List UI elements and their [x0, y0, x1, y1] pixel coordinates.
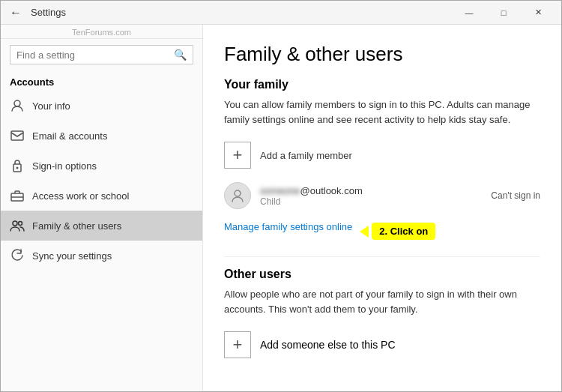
your-info-label: Your info: [32, 100, 70, 112]
minimize-button[interactable]: —: [452, 1, 486, 25]
sync-icon: [10, 248, 25, 263]
family-member-status: Can't sign in: [491, 190, 540, 201]
watermark: TenForums.com: [1, 25, 202, 39]
svg-point-6: [13, 221, 17, 226]
svg-rect-1: [11, 131, 23, 140]
section-divider: [224, 256, 540, 257]
window-controls: — □ ✕: [452, 1, 555, 25]
family-member-email: someone@outlook.com: [260, 185, 363, 196]
family-member-role: Child: [260, 196, 363, 207]
plus-icon: +: [233, 145, 243, 165]
manage-row: Manage family settings online 2. Click o…: [224, 218, 540, 244]
email-icon: [10, 128, 25, 143]
sidebar-item-email[interactable]: Email & accounts: [1, 121, 202, 151]
other-users-desc: Allow people who are not part of your fa…: [224, 287, 540, 316]
other-users-title: Other users: [224, 268, 540, 281]
your-family-title: Your family: [224, 78, 540, 91]
family-member-item: someone@outlook.com Child Can't sign in: [224, 178, 540, 214]
search-box[interactable]: 🔍: [10, 45, 193, 64]
add-someone-label: Add someone else to this PC: [260, 339, 396, 351]
svg-point-0: [14, 100, 20, 106]
content-panel: Family & other users Your family You can…: [203, 25, 561, 391]
add-family-item: + Add a family member: [224, 137, 540, 173]
family-label: Family & other users: [32, 220, 121, 232]
family-icon: [10, 218, 25, 233]
search-icon: 🔍: [174, 49, 187, 61]
search-input[interactable]: [16, 49, 174, 61]
add-family-label: Add a family member: [260, 150, 352, 161]
sidebar-item-work[interactable]: Access work or school: [1, 181, 202, 211]
page-title: Family & other users: [224, 43, 540, 66]
signin-icon: [10, 158, 25, 173]
titlebar: ← Settings — □ ✕: [1, 1, 561, 25]
window-title: Settings: [31, 7, 452, 18]
add-family-plus-icon: +: [224, 142, 251, 169]
sidebar-item-sync[interactable]: Sync your settings: [1, 241, 202, 271]
work-icon: [10, 188, 25, 203]
callout-2-container: 2. Click on: [360, 223, 435, 240]
sidebar-item-family[interactable]: Family & other users 1. Click on: [1, 211, 202, 241]
accounts-section-title: Accounts: [1, 70, 202, 91]
manage-family-link[interactable]: Manage family settings online: [224, 221, 352, 232]
svg-point-7: [19, 222, 22, 226]
your-family-desc: You can allow family members to sign in …: [224, 97, 540, 127]
back-button[interactable]: ←: [7, 4, 25, 22]
svg-point-3: [16, 167, 19, 169]
sidebar-item-signin[interactable]: Sign-in options: [1, 151, 202, 181]
work-label: Access work or school: [32, 190, 129, 202]
add-other-plus-icon: +: [224, 331, 251, 358]
family-member-info: someone@outlook.com Child: [260, 185, 363, 207]
email-label: Email & accounts: [32, 130, 107, 142]
callout-2-label: 2. Click on: [372, 223, 435, 240]
sync-label: Sync your settings: [32, 250, 112, 262]
svg-point-8: [235, 190, 241, 196]
callout-2-arrow: [360, 226, 369, 238]
plus-icon-2: +: [233, 335, 243, 355]
close-button[interactable]: ✕: [521, 1, 555, 25]
add-other-user-item: + Add someone else to this PC: [224, 327, 540, 363]
maximize-button[interactable]: □: [486, 1, 521, 25]
main-layout: TenForums.com 🔍 Accounts Your info: [1, 25, 561, 391]
signin-label: Sign-in options: [32, 160, 97, 172]
sidebar: TenForums.com 🔍 Accounts Your info: [1, 25, 203, 391]
sidebar-item-your-info[interactable]: Your info: [1, 91, 202, 121]
family-member-avatar: [224, 182, 251, 209]
your-info-icon: [10, 98, 25, 113]
settings-window: ← Settings — □ ✕ TenForums.com 🔍 Account…: [0, 0, 562, 392]
search-container: 🔍: [1, 39, 202, 70]
